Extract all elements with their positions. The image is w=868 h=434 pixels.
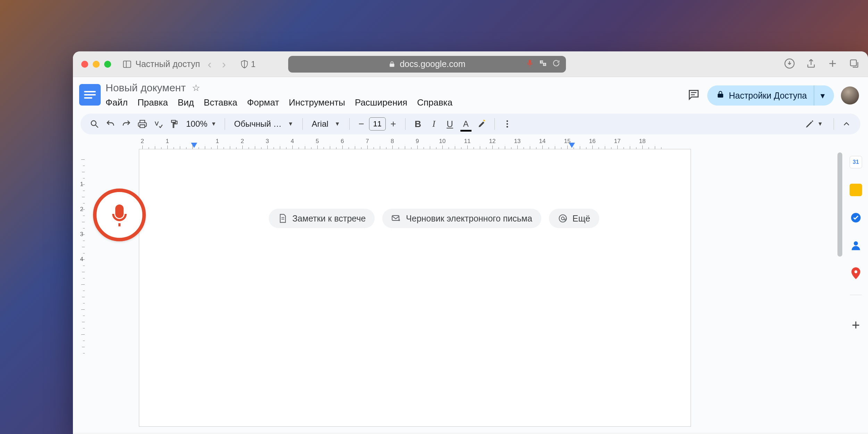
tracker-shield[interactable]: 1 xyxy=(240,59,256,69)
chevron-down-icon: ▼ xyxy=(211,121,216,127)
menu-tools[interactable]: Инструменты xyxy=(289,96,345,109)
svg-point-11 xyxy=(506,120,508,122)
text-color-button[interactable]: A xyxy=(459,117,473,131)
star-icon[interactable]: ☆ xyxy=(192,83,200,93)
menu-bar: Файл Правка Вид Вставка Формат Инструмен… xyxy=(106,96,682,109)
paint-format-button[interactable] xyxy=(167,117,181,131)
lock-icon xyxy=(716,90,725,101)
svg-text:A: A xyxy=(544,63,545,66)
font-size-control: − + xyxy=(355,117,400,131)
account-avatar[interactable] xyxy=(841,86,859,105)
toolbar: 100%▼ Обычный …▼ Arial▼ − + B I U A ▼ xyxy=(73,109,868,134)
print-button[interactable] xyxy=(135,117,149,131)
paragraph-style-select[interactable]: Обычный …▼ xyxy=(231,119,297,129)
horizontal-ruler-container: 21123456789101112131415161718 xyxy=(73,134,868,149)
tabs-icon[interactable] xyxy=(849,58,860,70)
close-window[interactable] xyxy=(81,61,88,68)
menu-view[interactable]: Вид xyxy=(178,96,194,109)
menu-insert[interactable]: Вставка xyxy=(204,96,237,109)
increase-font-size[interactable]: + xyxy=(387,118,400,130)
url-host: docs.google.com xyxy=(400,59,465,69)
add-addon-button[interactable]: + xyxy=(852,317,860,333)
tasks-app[interactable] xyxy=(850,211,862,224)
spellcheck-button[interactable] xyxy=(151,117,165,131)
document-title[interactable]: Новый документ xyxy=(106,82,186,94)
maximize-window[interactable] xyxy=(104,61,111,68)
comments-button[interactable] xyxy=(687,88,700,103)
template-chips: Заметки к встрече Черновик электронного … xyxy=(269,209,599,228)
undo-button[interactable] xyxy=(103,117,117,131)
side-panel: 31 + xyxy=(844,149,868,433)
tracker-count: 1 xyxy=(251,59,256,69)
redo-button[interactable] xyxy=(119,117,133,131)
menu-format[interactable]: Формат xyxy=(247,96,279,109)
pencil-icon xyxy=(805,119,815,129)
svg-point-9 xyxy=(91,121,96,126)
contacts-app[interactable] xyxy=(850,239,862,252)
svg-point-20 xyxy=(854,241,858,245)
maps-app[interactable] xyxy=(850,267,862,279)
search-menus-button[interactable] xyxy=(87,117,101,131)
keep-app[interactable] xyxy=(850,184,862,196)
browser-actions xyxy=(784,58,860,70)
microphone-icon xyxy=(107,202,132,227)
zoom-select[interactable]: 100%▼ xyxy=(183,119,219,129)
left-indent-marker[interactable] xyxy=(191,143,197,149)
lock-icon xyxy=(389,61,395,68)
chevron-down-icon: ▼ xyxy=(817,121,823,127)
docs-header: Новый документ ☆ Файл Правка Вид Вставка… xyxy=(73,77,868,109)
svg-point-17 xyxy=(559,215,566,222)
share-label: Настройки Доступа xyxy=(729,91,807,101)
new-tab-icon[interactable] xyxy=(827,58,838,70)
document-page[interactable] xyxy=(139,149,691,427)
svg-line-10 xyxy=(96,125,98,128)
menu-extensions[interactable]: Расширения xyxy=(355,96,407,109)
font-size-input[interactable] xyxy=(369,117,386,131)
svg-point-18 xyxy=(561,217,564,220)
browser-window: Частный доступ ‹ › 1 docs.google.com 文A xyxy=(73,51,868,434)
mic-icon[interactable] xyxy=(526,59,534,69)
share-icon[interactable] xyxy=(806,58,817,70)
svg-point-13 xyxy=(506,126,508,128)
bold-button[interactable]: B xyxy=(411,117,425,131)
more-tools-button[interactable] xyxy=(500,117,514,131)
highlight-button[interactable] xyxy=(475,117,489,131)
chip-meeting-notes[interactable]: Заметки к встрече xyxy=(269,209,375,228)
menu-edit[interactable]: Правка xyxy=(137,96,168,109)
reload-icon[interactable] xyxy=(552,59,560,69)
chip-more[interactable]: Ещё xyxy=(549,209,599,228)
chip-email-draft[interactable]: Черновик электронного письма xyxy=(382,209,541,228)
shield-icon xyxy=(240,60,249,69)
horizontal-ruler[interactable]: 21123456789101112131415161718 xyxy=(139,138,843,149)
editing-mode-button[interactable]: ▼ xyxy=(800,119,828,129)
window-controls xyxy=(81,61,111,68)
translate-icon[interactable]: 文A xyxy=(539,59,547,69)
voice-typing-button[interactable] xyxy=(93,189,146,241)
vertical-scrollbar[interactable] xyxy=(837,152,842,257)
svg-rect-6 xyxy=(850,60,856,66)
share-button[interactable]: Настройки Доступа ▾ xyxy=(707,85,834,106)
downloads-icon[interactable] xyxy=(784,58,795,70)
browser-toolbar: Частный доступ ‹ › 1 docs.google.com 文A xyxy=(73,51,868,77)
menu-help[interactable]: Справка xyxy=(417,96,452,109)
italic-button[interactable]: I xyxy=(427,117,441,131)
share-dropdown[interactable]: ▾ xyxy=(814,85,831,106)
document-icon xyxy=(278,214,287,223)
docs-logo[interactable] xyxy=(79,84,101,106)
calendar-app[interactable]: 31 xyxy=(850,156,862,168)
vertical-ruler[interactable]: 1234 xyxy=(73,149,85,433)
document-area: 1234 Заметки к встрече Черновик электрон… xyxy=(73,149,868,433)
menu-file[interactable]: Файл xyxy=(106,96,128,109)
address-bar[interactable]: docs.google.com 文A xyxy=(288,56,566,73)
underline-button[interactable]: U xyxy=(443,117,457,131)
side-panel-separator xyxy=(850,295,862,295)
collapse-toolbar-button[interactable] xyxy=(840,117,853,131)
decrease-font-size[interactable]: − xyxy=(355,118,368,130)
at-icon xyxy=(558,214,568,223)
minimize-window[interactable] xyxy=(93,61,100,68)
font-select[interactable]: Arial▼ xyxy=(308,119,344,129)
nav-back[interactable]: ‹ xyxy=(205,57,214,71)
svg-point-12 xyxy=(506,123,508,125)
nav-forward[interactable]: › xyxy=(219,57,228,71)
url-tools: 文A xyxy=(526,59,560,69)
